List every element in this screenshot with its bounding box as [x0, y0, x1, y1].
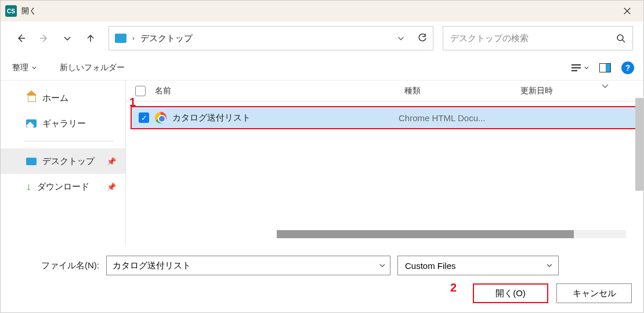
column-name[interactable]: 名前: [155, 86, 404, 96]
pin-icon: 📌: [107, 157, 116, 166]
column-date[interactable]: 更新日時: [520, 86, 613, 96]
view-menu[interactable]: [571, 64, 589, 71]
file-name-value: カタログ送付リスト: [113, 260, 191, 271]
new-folder-button[interactable]: 新しいフォルダー: [60, 63, 125, 73]
file-row-wrapper: 1 ✓ カタログ送付リスト Chrome HTML Docu...: [131, 106, 636, 129]
select-all-checkbox[interactable]: [135, 86, 146, 96]
back-button[interactable]: [11, 28, 31, 48]
open-button[interactable]: 開く(O): [473, 283, 548, 303]
close-button[interactable]: [616, 1, 639, 21]
annotation-1: 1: [129, 96, 136, 109]
chevron-down-icon: [547, 264, 552, 267]
chevron-down-icon: [32, 66, 37, 70]
close-icon: [623, 7, 631, 15]
filter-value: Custom Files: [405, 261, 456, 271]
sidebar-item-label: デスクトップ: [42, 156, 95, 167]
preview-pane-toggle[interactable]: [599, 63, 611, 72]
file-list-area: 名前 種類 更新日時 1 ✓ カタログ送付リスト Chrome HTML Doc…: [126, 81, 643, 245]
recent-dropdown[interactable]: [57, 28, 77, 48]
sidebar-item-label: ホーム: [42, 93, 68, 104]
app-icon: CS: [5, 5, 17, 17]
file-type: Chrome HTML Docu...: [399, 113, 485, 123]
bottom-panel: ファイル名(N): カタログ送付リスト Custom Files 2 開く(O)…: [1, 245, 643, 312]
open-file-dialog: CS 開く › デスクトップ: [0, 0, 644, 313]
sidebar-item-downloads[interactable]: ↓ ダウンロード 📌: [1, 174, 125, 199]
organize-label: 整理: [12, 63, 28, 73]
list-vertical-scrollbar[interactable]: [635, 122, 643, 157]
breadcrumb-separator-icon: ›: [132, 34, 135, 42]
address-chevron-icon[interactable]: [397, 34, 405, 42]
svg-point-0: [617, 35, 623, 41]
sort-indicator-icon: [602, 84, 609, 89]
button-row: 2 開く(O) キャンセル: [12, 283, 632, 303]
file-row[interactable]: ✓ カタログ送付リスト Chrome HTML Docu...: [131, 106, 636, 129]
breadcrumb-current[interactable]: デスクトップ: [140, 33, 193, 44]
search-icon: [616, 34, 625, 43]
sidebar-item-desktop[interactable]: デスクトップ 📌: [1, 148, 125, 174]
sidebar-item-label: ダウンロード: [37, 181, 89, 192]
view-controls: ?: [571, 61, 634, 74]
search-box[interactable]: デスクトップの検索: [443, 26, 633, 50]
file-type-filter[interactable]: Custom Files: [397, 256, 559, 275]
desktop-icon: [115, 34, 126, 43]
chevron-down-icon: [379, 264, 385, 267]
refresh-button[interactable]: [418, 34, 427, 43]
arrow-right-icon: [39, 34, 49, 43]
sidebar-item-gallery[interactable]: ギャラリー: [1, 111, 125, 136]
chevron-down-icon: [584, 66, 589, 70]
scrollbar-thumb[interactable]: [277, 230, 574, 238]
list-view-icon: [571, 64, 581, 71]
pin-icon: 📌: [107, 183, 116, 191]
sidebar-item-label: ギャラリー: [42, 118, 86, 129]
chrome-icon: [155, 112, 167, 123]
list-header: 名前 種類 更新日時: [126, 81, 643, 101]
gallery-icon: [26, 119, 37, 128]
download-icon: ↓: [26, 181, 31, 193]
sidebar: ホーム ギャラリー デスクトップ 📌 ↓ ダウンロード 📌: [1, 81, 126, 245]
home-icon: [26, 94, 37, 102]
sidebar-separator: [24, 141, 114, 141]
sidebar-item-home[interactable]: ホーム: [1, 85, 125, 111]
file-name: カタログ送付リスト: [172, 112, 393, 123]
help-button[interactable]: ?: [621, 61, 634, 74]
main-area: ホーム ギャラリー デスクトップ 📌 ↓ ダウンロード 📌 名前: [1, 81, 643, 245]
column-type[interactable]: 種類: [404, 86, 520, 96]
annotation-2: 2: [450, 281, 457, 294]
organize-menu[interactable]: 整理: [12, 63, 37, 73]
chevron-down-icon: [63, 34, 72, 43]
desktop-icon: [26, 158, 37, 165]
toolbar-row: 整理 新しいフォルダー ?: [1, 55, 643, 81]
file-name-combo[interactable]: カタログ送付リスト: [106, 256, 390, 275]
arrow-left-icon: [16, 34, 26, 43]
cancel-button[interactable]: キャンセル: [556, 283, 632, 303]
up-button[interactable]: [81, 28, 100, 48]
file-name-label: ファイル名(N):: [12, 260, 99, 271]
window-title: 開く: [21, 6, 37, 16]
address-bar[interactable]: › デスクトップ: [108, 26, 433, 50]
arrow-up-icon: [86, 34, 95, 43]
titlebar: CS 開く: [1, 1, 643, 21]
new-folder-label: 新しいフォルダー: [60, 63, 125, 73]
file-name-row: ファイル名(N): カタログ送付リスト Custom Files: [12, 256, 632, 275]
nav-row: › デスクトップ デスクトップの検索: [1, 21, 643, 55]
horizontal-scrollbar[interactable]: [277, 230, 626, 238]
search-placeholder: デスクトップの検索: [450, 33, 529, 44]
forward-button[interactable]: [34, 28, 54, 48]
row-checkbox[interactable]: ✓: [139, 112, 149, 123]
